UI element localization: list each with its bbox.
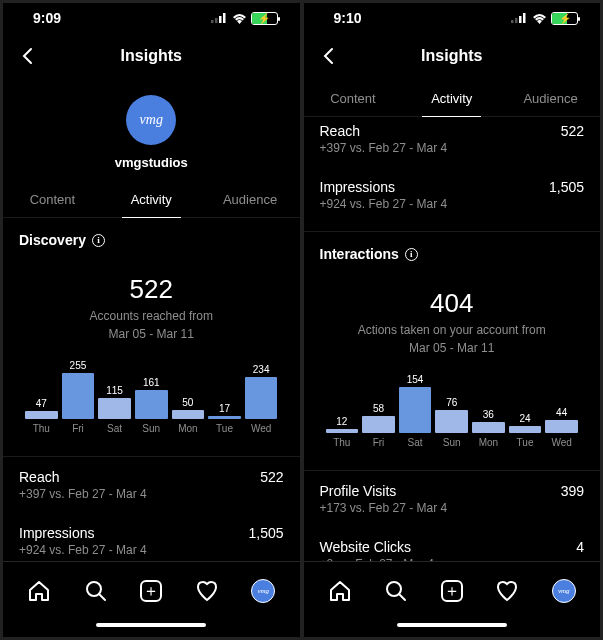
day-label: Wed — [245, 423, 278, 434]
chart-bar: 44 — [545, 371, 578, 433]
chart-bar: 115 — [98, 357, 131, 419]
page-title: Insights — [421, 47, 482, 65]
status-bar: 9:10 ⚡ — [304, 3, 601, 33]
discovery-subtext-2: Mar 05 - Mar 11 — [3, 327, 300, 341]
bar-fill — [435, 410, 468, 433]
bar-fill — [25, 411, 58, 419]
interactions-title: Interactions i — [304, 232, 601, 270]
tab-activity[interactable]: Activity — [102, 180, 201, 217]
reach-sub: +397 vs. Feb 27 - Mar 4 — [304, 141, 601, 167]
reach-row[interactable]: Reach 522 — [304, 117, 601, 141]
website-clicks-row[interactable]: Website Clicks 4 — [304, 527, 601, 557]
nav-avatar[interactable]: vmg — [552, 579, 576, 603]
discovery-label: Discovery — [19, 232, 86, 248]
tab-audience[interactable]: Audience — [201, 180, 300, 217]
svg-rect-1 — [215, 18, 218, 23]
heart-icon[interactable] — [495, 579, 519, 603]
bar-value: 36 — [483, 409, 494, 420]
bar-fill — [326, 429, 359, 433]
svg-rect-6 — [511, 20, 514, 23]
info-icon[interactable]: i — [92, 234, 105, 247]
impressions-value: 1,505 — [248, 525, 283, 541]
bar-fill — [245, 377, 278, 419]
profile-visits-row[interactable]: Profile Visits 399 — [304, 471, 601, 501]
impressions-label: Impressions — [320, 179, 395, 195]
page-header: Insights — [304, 33, 601, 79]
avatar[interactable]: vmg — [126, 95, 176, 145]
chart-bar: 50 — [172, 357, 205, 419]
bar-value: 76 — [446, 397, 457, 408]
chart-bar: 12 — [326, 371, 359, 433]
day-label: Tue — [509, 437, 542, 448]
back-icon[interactable] — [320, 47, 338, 65]
tab-activity[interactable]: Activity — [402, 79, 501, 116]
bar-fill — [98, 398, 131, 419]
interactions-subtext-1: Actions taken on your account from — [304, 323, 601, 337]
bar-value: 44 — [556, 407, 567, 418]
impressions-sub: +924 vs. Feb 27 - Mar 4 — [3, 543, 300, 561]
bar-fill — [135, 390, 168, 419]
impressions-label: Impressions — [19, 525, 94, 541]
day-label: Tue — [208, 423, 241, 434]
back-icon[interactable] — [19, 47, 37, 65]
tab-audience[interactable]: Audience — [501, 79, 600, 116]
website-clicks-value: 4 — [576, 539, 584, 555]
username[interactable]: vmgstudios — [115, 155, 188, 170]
discovery-subtext-1: Accounts reached from — [3, 309, 300, 323]
bar-fill — [399, 387, 432, 433]
bar-value: 161 — [143, 377, 160, 388]
status-time: 9:09 — [33, 10, 61, 26]
day-label: Mon — [172, 423, 205, 434]
add-icon[interactable]: ＋ — [441, 580, 463, 602]
heart-icon[interactable] — [195, 579, 219, 603]
profile-visits-sub: +173 vs. Feb 27 - Mar 4 — [304, 501, 601, 527]
tab-strip: Content Activity Audience — [304, 79, 601, 117]
home-icon[interactable] — [328, 579, 352, 603]
nav-avatar[interactable]: vmg — [251, 579, 275, 603]
wifi-icon — [232, 13, 247, 24]
bar-value: 17 — [219, 403, 230, 414]
chart-bar: 234 — [245, 357, 278, 419]
impressions-row[interactable]: Impressions 1,505 — [304, 167, 601, 197]
interactions-subtext-2: Mar 05 - Mar 11 — [304, 341, 601, 355]
home-indicator — [3, 619, 300, 637]
reach-row[interactable]: Reach 522 — [3, 457, 300, 487]
impressions-row[interactable]: Impressions 1,505 — [3, 513, 300, 543]
phone-left: 9:09 ⚡ Insights vmg vmgstudios Content A… — [3, 3, 300, 637]
svg-rect-9 — [523, 13, 526, 23]
bar-value: 50 — [182, 397, 193, 408]
reach-label: Reach — [320, 123, 360, 139]
bar-fill — [62, 373, 95, 419]
bar-fill — [208, 416, 241, 419]
day-label: Sat — [98, 423, 131, 434]
chart-bar: 161 — [135, 357, 168, 419]
search-icon[interactable] — [384, 579, 408, 603]
chart-bar: 24 — [509, 371, 542, 433]
impressions-value: 1,505 — [549, 179, 584, 195]
chart-bar: 58 — [362, 371, 395, 433]
reach-sub: +397 vs. Feb 27 - Mar 4 — [3, 487, 300, 513]
signal-icon — [511, 13, 528, 23]
page-header: Insights — [3, 33, 300, 79]
bar-value: 234 — [253, 364, 270, 375]
scroll-area[interactable]: Reach 522 +397 vs. Feb 27 - Mar 4 Impres… — [304, 117, 601, 561]
chart-bar: 47 — [25, 357, 58, 419]
home-icon[interactable] — [27, 579, 51, 603]
status-icons: ⚡ — [211, 12, 278, 25]
info-icon[interactable]: i — [405, 248, 418, 261]
status-icons: ⚡ — [511, 12, 578, 25]
day-label: Mon — [472, 437, 505, 448]
search-icon[interactable] — [84, 579, 108, 603]
add-icon[interactable]: ＋ — [140, 580, 162, 602]
phone-right: 9:10 ⚡ Insights Content Activity Audienc… — [304, 3, 601, 637]
bar-fill — [362, 416, 395, 433]
svg-rect-8 — [519, 16, 522, 23]
battery-icon: ⚡ — [551, 12, 578, 25]
tab-content[interactable]: Content — [304, 79, 403, 116]
scroll-area[interactable]: vmg vmgstudios Content Activity Audience… — [3, 79, 300, 561]
bar-fill — [172, 410, 205, 419]
tab-content[interactable]: Content — [3, 180, 102, 217]
website-clicks-label: Website Clicks — [320, 539, 412, 555]
bottom-nav: ＋ vmg — [304, 561, 601, 619]
day-label: Sun — [435, 437, 468, 448]
